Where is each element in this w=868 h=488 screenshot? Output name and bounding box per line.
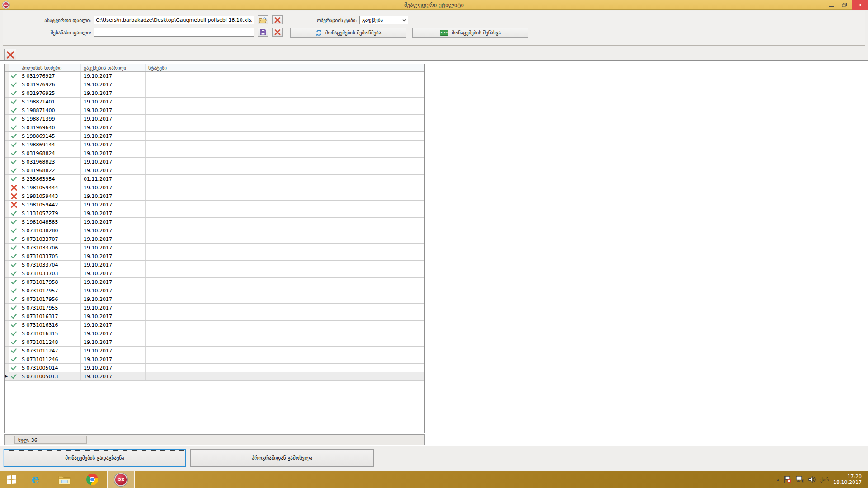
cancel-date-cell[interactable]: 19.10.2017	[81, 269, 146, 277]
table-row[interactable]: S 031976927 19.10.2017	[5, 72, 424, 80]
policy-number-cell[interactable]: S 198871400	[19, 106, 81, 114]
network-icon[interactable]	[796, 476, 804, 483]
status-cell[interactable]	[146, 321, 424, 329]
status-cell[interactable]	[146, 372, 424, 380]
column-header-status[interactable]: სტატუსი	[146, 64, 424, 71]
table-row[interactable]: S 198871399 19.10.2017	[5, 115, 424, 123]
operation-type-select[interactable]: გაუქმება	[359, 16, 408, 24]
policy-number-cell[interactable]: S 235863954	[19, 175, 81, 183]
policy-number-cell[interactable]: S 0731016317	[19, 312, 81, 320]
cancel-date-cell[interactable]: 19.10.2017	[81, 72, 146, 80]
table-row[interactable]: S 1981059444 19.10.2017	[5, 183, 424, 192]
cancel-date-cell[interactable]: 19.10.2017	[81, 106, 146, 114]
policy-number-cell[interactable]: S 0731033706	[19, 244, 81, 252]
status-cell[interactable]	[146, 80, 424, 89]
policy-number-cell[interactable]: S 031968824	[19, 149, 81, 157]
policy-number-cell[interactable]: S 031968822	[19, 166, 81, 174]
status-cell[interactable]	[146, 115, 424, 123]
status-cell[interactable]	[146, 355, 424, 363]
cancel-date-cell[interactable]: 19.10.2017	[81, 278, 146, 286]
policy-number-cell[interactable]: S 031976926	[19, 80, 81, 89]
table-row[interactable]: S 0731033705 19.10.2017	[5, 252, 424, 261]
status-cell[interactable]	[146, 218, 424, 226]
policy-number-cell[interactable]: S 0731005014	[19, 364, 81, 372]
cancel-date-cell[interactable]: 19.10.2017	[81, 132, 146, 140]
cancel-date-cell[interactable]: 19.10.2017	[81, 329, 146, 338]
status-cell[interactable]	[146, 183, 424, 192]
cancel-date-cell[interactable]: 19.10.2017	[81, 192, 146, 200]
choose-save-file-button[interactable]	[258, 28, 268, 37]
policy-number-cell[interactable]: S 0731038280	[19, 226, 81, 235]
table-row[interactable]: S 0731038280 19.10.2017	[5, 226, 424, 235]
policy-number-cell[interactable]: S 031976925	[19, 89, 81, 97]
hidden-icons-arrow[interactable]: ▲	[777, 478, 779, 482]
table-row[interactable]: S 0731033703 19.10.2017	[5, 269, 424, 278]
cancel-date-cell[interactable]: 19.10.2017	[81, 158, 146, 166]
taskbar-item-internet-explorer[interactable]: e	[26, 471, 44, 488]
table-row[interactable]: S 235863954 01.11.2017	[5, 175, 424, 183]
table-row[interactable]: S 0731016315 19.10.2017	[5, 329, 424, 338]
status-cell[interactable]	[146, 158, 424, 166]
start-button[interactable]	[0, 471, 23, 488]
policy-number-cell[interactable]: S 1131057279	[19, 209, 81, 217]
table-row[interactable]: S 031968823 19.10.2017	[5, 158, 424, 166]
cancel-date-cell[interactable]: 19.10.2017	[81, 312, 146, 320]
policy-number-cell[interactable]: S 0731011246	[19, 355, 81, 363]
cancel-date-cell[interactable]: 01.11.2017	[81, 175, 146, 183]
policy-number-cell[interactable]: S 031968823	[19, 158, 81, 166]
cancel-date-cell[interactable]: 19.10.2017	[81, 244, 146, 252]
cancel-date-cell[interactable]: 19.10.2017	[81, 372, 146, 380]
table-row[interactable]: S 198871401 19.10.2017	[5, 98, 424, 106]
policy-number-cell[interactable]: S 198871401	[19, 98, 81, 106]
table-row[interactable]: S 031976925 19.10.2017	[5, 89, 424, 98]
status-cell[interactable]	[146, 106, 424, 114]
table-row[interactable]: ▶ S 0731005013 19.10.2017	[5, 372, 424, 381]
policy-number-cell[interactable]: S 0731017957	[19, 286, 81, 295]
cancel-date-cell[interactable]: 19.10.2017	[81, 338, 146, 346]
table-row[interactable]: S 0731017956 19.10.2017	[5, 295, 424, 304]
speaker-icon[interactable]	[808, 476, 816, 483]
cancel-date-cell[interactable]: 19.10.2017	[81, 80, 146, 89]
table-row[interactable]: S 0731017955 19.10.2017	[5, 304, 424, 312]
cancel-date-cell[interactable]: 19.10.2017	[81, 347, 146, 355]
table-row[interactable]: S 0731011248 19.10.2017	[5, 338, 424, 347]
restore-button[interactable]	[839, 0, 849, 10]
table-row[interactable]: S 0731016316 19.10.2017	[5, 321, 424, 329]
cancel-date-cell[interactable]: 19.10.2017	[81, 98, 146, 106]
table-row[interactable]: S 198869145 19.10.2017	[5, 132, 424, 141]
table-row[interactable]: S 198871400 19.10.2017	[5, 106, 424, 115]
send-data-button[interactable]: მონაცემების გადაგზავნა	[4, 449, 186, 467]
status-cell[interactable]	[146, 312, 424, 320]
table-row[interactable]: S 198869144 19.10.2017	[5, 141, 424, 149]
cancel-date-cell[interactable]: 19.10.2017	[81, 115, 146, 123]
table-row[interactable]: S 0731017958 19.10.2017	[5, 278, 424, 286]
table-row[interactable]: S 0731033706 19.10.2017	[5, 244, 424, 252]
status-cell[interactable]	[146, 244, 424, 252]
policy-number-cell[interactable]: S 0731033705	[19, 252, 81, 260]
table-row[interactable]: S 0731033704 19.10.2017	[5, 261, 424, 269]
policy-number-cell[interactable]: S 198869145	[19, 132, 81, 140]
table-row[interactable]: S 0731033707 19.10.2017	[5, 235, 424, 244]
policy-number-cell[interactable]: S 0731033707	[19, 235, 81, 243]
action-center-flag-icon[interactable]	[783, 475, 792, 483]
policy-number-cell[interactable]: S 1981048585	[19, 218, 81, 226]
cancel-date-cell[interactable]: 19.10.2017	[81, 141, 146, 149]
status-cell[interactable]	[146, 329, 424, 338]
source-file-input[interactable]	[94, 16, 254, 24]
policy-number-cell[interactable]: S 0731017955	[19, 304, 81, 312]
status-cell[interactable]	[146, 192, 424, 200]
column-header-policy[interactable]: პოლისის ნომერი	[19, 64, 81, 71]
cancel-date-cell[interactable]: 19.10.2017	[81, 166, 146, 174]
cancel-date-cell[interactable]: 19.10.2017	[81, 261, 146, 269]
cancel-date-cell[interactable]: 19.10.2017	[81, 235, 146, 243]
policy-number-cell[interactable]: S 1981059443	[19, 192, 81, 200]
cancel-date-cell[interactable]: 19.10.2017	[81, 123, 146, 131]
status-cell[interactable]	[146, 347, 424, 355]
table-row[interactable]: S 0731016317 19.10.2017	[5, 312, 424, 321]
clear-source-button[interactable]	[272, 15, 283, 24]
policy-number-cell[interactable]: S 0731017958	[19, 278, 81, 286]
status-cell[interactable]	[146, 201, 424, 209]
taskbar-item-file-explorer[interactable]	[55, 471, 73, 488]
policy-number-cell[interactable]: S 0731016315	[19, 329, 81, 338]
policy-number-cell[interactable]: S 1981059442	[19, 201, 81, 209]
